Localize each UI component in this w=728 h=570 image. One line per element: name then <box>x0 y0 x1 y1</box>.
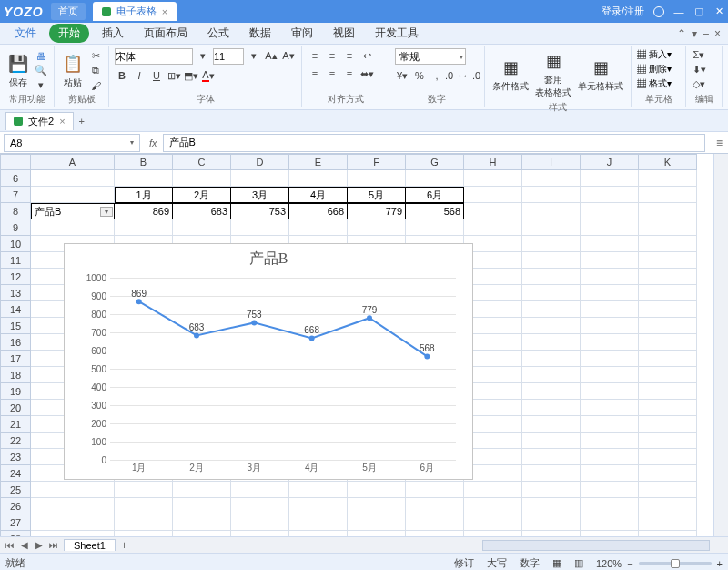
cell[interactable] <box>289 498 348 514</box>
paste-button[interactable]: 📋粘贴 <box>60 51 86 91</box>
column-header[interactable]: C <box>173 154 231 170</box>
cell[interactable] <box>522 301 581 318</box>
document-tab[interactable]: 电子表格 × <box>93 2 177 21</box>
row-header[interactable]: 17 <box>0 351 31 367</box>
expand-formula-icon[interactable]: ≡ <box>716 137 723 149</box>
copy-icon[interactable]: ⧉ <box>88 65 103 77</box>
status-revision[interactable]: 修订 <box>454 556 474 570</box>
fill-icon[interactable]: ⬇▾ <box>692 63 706 76</box>
column-header[interactable]: J <box>581 154 639 170</box>
chart[interactable]: 产品B 010020030040050060070080090010001月86… <box>64 243 473 480</box>
cell[interactable] <box>289 482 348 498</box>
cell[interactable] <box>639 187 697 203</box>
grow-font-icon[interactable]: A▴ <box>264 48 278 63</box>
row-header[interactable]: 21 <box>0 416 31 433</box>
cell[interactable] <box>581 449 639 465</box>
cell[interactable] <box>173 498 231 514</box>
cell[interactable] <box>639 351 697 367</box>
cell[interactable] <box>581 482 639 498</box>
cell[interactable] <box>31 498 115 514</box>
cell[interactable] <box>581 367 639 383</box>
cell[interactable] <box>173 482 231 498</box>
select-all-corner[interactable] <box>0 154 31 170</box>
cell[interactable]: 668 <box>289 203 348 219</box>
user-icon[interactable] <box>653 6 664 17</box>
row-header[interactable]: 13 <box>0 285 31 301</box>
underline-button[interactable]: U <box>149 68 164 83</box>
cell[interactable]: 683 <box>173 203 231 219</box>
login-link[interactable]: 登录/注册 <box>602 5 644 18</box>
cell[interactable] <box>639 367 697 383</box>
cell[interactable]: 产品B <box>31 203 115 219</box>
cell[interactable] <box>639 269 697 285</box>
cell[interactable] <box>464 203 522 219</box>
dec-decimal-icon[interactable]: ←.0 <box>464 68 479 83</box>
cell[interactable] <box>522 367 581 383</box>
percent-icon[interactable]: % <box>412 68 427 83</box>
column-header[interactable]: G <box>406 154 464 170</box>
clear-icon[interactable]: ◇▾ <box>692 77 706 90</box>
cell[interactable] <box>581 498 639 514</box>
cell[interactable] <box>464 170 522 187</box>
cell[interactable] <box>581 383 639 400</box>
row-header[interactable]: 23 <box>0 449 31 465</box>
cell[interactable] <box>581 400 639 416</box>
cell[interactable] <box>522 285 581 301</box>
fx-label[interactable]: fx <box>149 137 157 148</box>
row-header[interactable]: 22 <box>0 433 31 449</box>
tab-view[interactable]: 视图 <box>326 23 362 44</box>
close-tab-icon[interactable]: × <box>162 6 167 17</box>
cell[interactable] <box>115 482 173 498</box>
cell[interactable] <box>406 482 464 498</box>
ribbon-options-icon[interactable]: ▾ <box>692 27 697 40</box>
cell[interactable] <box>639 285 697 301</box>
cell[interactable] <box>639 383 697 400</box>
cell[interactable] <box>406 498 464 514</box>
cell[interactable] <box>522 203 581 219</box>
row-header[interactable]: 26 <box>0 498 31 514</box>
name-box-dropdown-icon[interactable]: ▾ <box>130 138 134 147</box>
tab-start[interactable]: 开始 <box>49 24 89 43</box>
cell[interactable] <box>639 170 697 187</box>
tab-dev[interactable]: 开发工具 <box>368 23 426 44</box>
save-button[interactable]: 💾保存 <box>5 51 31 91</box>
cell[interactable] <box>464 482 522 498</box>
cell[interactable] <box>522 465 581 482</box>
cell[interactable] <box>581 269 639 285</box>
cell[interactable] <box>348 482 406 498</box>
cell[interactable]: 5月 <box>348 187 406 203</box>
cell[interactable] <box>639 482 697 498</box>
row-header[interactable]: 10 <box>0 236 31 252</box>
sheet-tab[interactable]: Sheet1 <box>64 539 116 551</box>
align-right-icon[interactable]: ≡ <box>342 66 357 81</box>
preview-icon[interactable]: 🔍 <box>34 65 48 77</box>
number-format-select[interactable]: 常规 <box>395 48 466 65</box>
cell[interactable] <box>522 219 581 236</box>
tab-layout[interactable]: 页面布局 <box>136 23 195 44</box>
cell[interactable]: 1月 <box>115 187 173 203</box>
cell[interactable] <box>522 236 581 252</box>
cell[interactable] <box>581 465 639 482</box>
cell[interactable] <box>639 465 697 482</box>
cell[interactable] <box>639 301 697 318</box>
zoom-in-button[interactable]: + <box>717 558 723 569</box>
insert-cells-button[interactable]: ▦ 插入▾ <box>637 48 680 61</box>
horizontal-scrollbar[interactable] <box>482 540 710 551</box>
vertical-scrollbar[interactable] <box>713 154 728 536</box>
cell[interactable] <box>406 219 464 236</box>
close-window-button[interactable]: ✕ <box>713 5 724 17</box>
cell[interactable] <box>581 416 639 433</box>
tab-insert[interactable]: 插入 <box>95 23 131 44</box>
cell[interactable] <box>522 482 581 498</box>
cell[interactable] <box>31 187 115 203</box>
cell[interactable] <box>581 334 639 351</box>
cell[interactable] <box>522 514 581 531</box>
cell[interactable] <box>581 351 639 367</box>
column-header[interactable]: D <box>231 154 289 170</box>
align-mid-icon[interactable]: ≡ <box>325 48 339 63</box>
inc-decimal-icon[interactable]: .0→ <box>447 68 461 83</box>
cell[interactable] <box>639 203 697 219</box>
row-header[interactable]: 9 <box>0 219 31 236</box>
cell[interactable] <box>581 285 639 301</box>
cell[interactable] <box>522 170 581 187</box>
